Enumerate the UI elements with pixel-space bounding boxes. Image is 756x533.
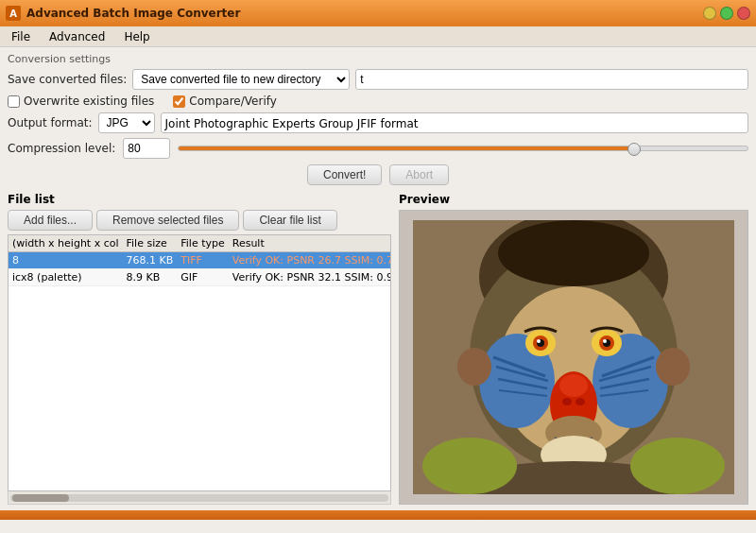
horizontal-scrollbar[interactable]: [8, 491, 391, 505]
overwrite-checkbox[interactable]: [8, 95, 20, 108]
menu-bar: File Advanced Help: [0, 26, 756, 47]
svg-point-29: [457, 348, 491, 386]
output-format-row: Output format: JPG Joint Photographic Ex…: [8, 112, 748, 133]
menu-advanced[interactable]: Advanced: [42, 28, 112, 45]
file-preview-area: File list Add files... Remove selected f…: [8, 193, 748, 505]
abort-button[interactable]: Abort: [389, 164, 449, 185]
svg-point-28: [498, 220, 649, 286]
preview-section: Preview: [399, 193, 748, 505]
file-list-buttons: Add files... Remove selected files Clear…: [8, 210, 391, 231]
compression-slider-track: [178, 146, 748, 151]
path-input[interactable]: [355, 69, 748, 90]
app-icon: A: [6, 6, 21, 21]
save-directory-select[interactable]: Save converted file to new directory: [132, 69, 350, 90]
bottom-bar: [0, 510, 756, 520]
svg-point-32: [422, 438, 517, 494]
svg-point-16: [562, 398, 572, 405]
compare-label: Compare/Verify: [189, 95, 277, 108]
minimize-button[interactable]: [703, 7, 716, 20]
window-controls: [703, 7, 750, 20]
svg-point-15: [559, 374, 588, 397]
cell-filesize: 768.1 KB: [123, 252, 178, 269]
table-row[interactable]: icx8 (palette) 8.9 KB GIF Verify OK: PSN…: [9, 269, 391, 286]
col-filetype: File type: [177, 235, 228, 252]
svg-point-17: [576, 398, 585, 405]
compression-input[interactable]: [123, 138, 170, 159]
col-result: Result: [229, 235, 391, 252]
file-list-title: File list: [8, 193, 391, 206]
cell-result: Verify OK: PSNR 32.1 SSIM: 0.9023: [229, 269, 391, 286]
table-header: (width x height x col File size File typ…: [9, 235, 391, 252]
table-row[interactable]: 8 768.1 KB TIFF Verify OK: PSNR 26.7 SSI…: [9, 252, 391, 269]
file-list-section: File list Add files... Remove selected f…: [8, 193, 391, 505]
svg-point-25: [603, 339, 607, 343]
scrollbar-thumb[interactable]: [12, 494, 69, 502]
overwrite-group: Overwrite existing files: [8, 95, 154, 108]
col-filesize: File size: [123, 235, 178, 252]
cell-filetype: GIF: [177, 269, 228, 286]
format-select[interactable]: JPG: [98, 112, 155, 133]
scrollbar-track: [10, 494, 388, 502]
file-table: (width x height x col File size File typ…: [9, 235, 391, 286]
svg-point-30: [656, 348, 690, 386]
svg-point-33: [630, 438, 725, 494]
compare-checkbox[interactable]: [173, 95, 185, 108]
cell-name: 8: [9, 252, 123, 269]
preview-title: Preview: [399, 193, 748, 206]
save-files-label: Save converted files:: [8, 73, 127, 86]
compare-group: Compare/Verify: [173, 95, 277, 108]
overwrite-label: Overwrite existing files: [24, 95, 154, 108]
compression-slider-container: [178, 140, 748, 157]
close-button[interactable]: [737, 7, 750, 20]
col-name: (width x height x col: [9, 235, 123, 252]
svg-point-24: [537, 339, 541, 343]
file-table-container: (width x height x col File size File typ…: [8, 234, 391, 491]
menu-help[interactable]: Help: [116, 28, 157, 45]
preview-image: [399, 210, 748, 505]
cell-name: icx8 (palette): [9, 269, 123, 286]
convert-button[interactable]: Convert!: [307, 164, 382, 185]
compression-row: Compression level:: [8, 138, 748, 159]
cell-result: Verify OK: PSNR 26.7 SSIM: 0.7789: [229, 252, 391, 269]
conversion-settings-label: Conversion settings: [8, 53, 748, 65]
compression-slider-thumb[interactable]: [627, 143, 641, 156]
format-description: Joint Photographic Experts Group JFIF fo…: [161, 112, 748, 133]
menu-file[interactable]: File: [4, 28, 38, 45]
preview-svg: [413, 220, 734, 494]
compression-label: Compression level:: [8, 142, 115, 155]
convert-row: Convert! Abort: [8, 164, 748, 185]
window-title: Advanced Batch Image Converter: [26, 7, 697, 20]
save-files-row: Save converted files: Save converted fil…: [8, 69, 748, 90]
options-row: Overwrite existing files Compare/Verify: [8, 95, 748, 108]
remove-selected-button[interactable]: Remove selected files: [96, 210, 239, 231]
main-content: Conversion settings Save converted files…: [0, 47, 756, 510]
cell-filetype: TIFF: [177, 252, 228, 269]
output-format-label: Output format:: [8, 116, 93, 129]
cell-filesize: 8.9 KB: [123, 269, 178, 286]
title-bar: A Advanced Batch Image Converter: [0, 0, 756, 26]
add-files-button[interactable]: Add files...: [8, 210, 93, 231]
maximize-button[interactable]: [720, 7, 733, 20]
clear-file-list-button[interactable]: Clear file list: [243, 210, 336, 231]
